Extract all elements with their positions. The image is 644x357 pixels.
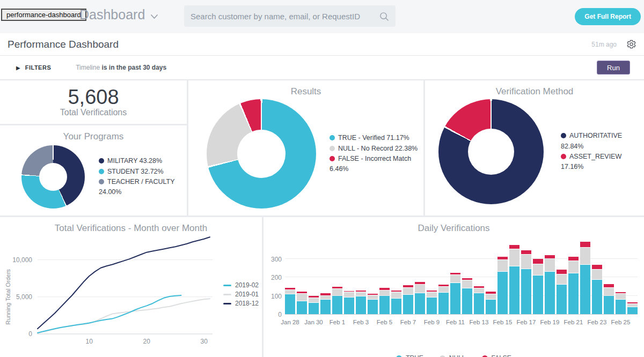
chevron-down-icon (150, 7, 158, 23)
bar-feb-2[interactable] (344, 291, 354, 314)
bar-segment-false (545, 255, 555, 258)
bar-segment-false (403, 285, 413, 287)
x-tick-slot: Feb 9 (427, 319, 437, 328)
bar-feb-15[interactable] (497, 257, 508, 314)
bar-segment-true (509, 266, 519, 314)
bar-jan-28[interactable] (285, 288, 295, 314)
dashboard-nav-label: Dashboard (79, 7, 145, 23)
search-input[interactable] (191, 12, 379, 21)
bar-jan-31[interactable] (320, 293, 331, 314)
month-over-month-line-chart[interactable]: 05,00010,000Running Total Orders102030 (3, 232, 218, 349)
bar-feb-8[interactable] (415, 282, 425, 314)
bar-feb-19[interactable] (545, 255, 555, 314)
bar-feb-13[interactable] (474, 286, 484, 314)
x-tick-slot: Feb 17 (521, 319, 531, 328)
filters-bar: ▶ FILTERS Timeline is in the past 30 day… (0, 56, 644, 80)
bar-segment-true (627, 307, 638, 314)
svg-text:10,000: 10,000 (12, 256, 32, 264)
run-button[interactable]: Run (597, 61, 630, 75)
bar-segment-null (403, 288, 413, 294)
legend-item: 2018-12 (223, 300, 259, 307)
y-tick-label: 300 (271, 256, 282, 263)
bar-feb-18[interactable] (533, 259, 543, 314)
verification-method-donut-chart[interactable] (438, 99, 544, 204)
legend-dot-icon (99, 158, 104, 163)
verification-method-legend: AUTHORITATIVE 82.84%ASSET_REVIEW 17.16% (561, 131, 632, 173)
bar-segment-false (285, 288, 295, 289)
dashboard-tag: performance-dashboard (1, 9, 86, 21)
get-full-report-button[interactable]: Get Full Report (575, 8, 641, 25)
bar-feb-5[interactable] (379, 288, 390, 314)
svg-text:20: 20 (143, 338, 151, 345)
y-tick-label: 0 (278, 311, 282, 318)
bar-feb-24[interactable] (604, 284, 614, 314)
daily-verifications-bar-chart[interactable] (285, 240, 638, 315)
total-verifications-card: 5,608 Total Verifications (0, 80, 187, 124)
bar-segment-null (616, 294, 626, 299)
your-programs-donut-chart[interactable] (21, 145, 85, 209)
bar-segment-false (320, 293, 331, 295)
bar-feb-23[interactable] (592, 265, 602, 314)
bar-segment-null (415, 285, 425, 293)
bar-feb-22[interactable] (580, 242, 590, 314)
bar-segment-false (616, 292, 626, 293)
bar-feb-17[interactable] (521, 250, 531, 314)
bar-feb-10[interactable] (438, 285, 449, 314)
expand-filters-icon[interactable]: ▶ (16, 65, 20, 71)
bar-segment-null (557, 274, 567, 284)
dashboard-nav-dropdown[interactable]: Dashboard (79, 7, 158, 23)
bar-feb-4[interactable] (368, 294, 378, 314)
bar-feb-11[interactable] (450, 273, 460, 314)
x-tick-label: Feb 5 (377, 319, 392, 325)
bar-segment-null (533, 264, 543, 276)
gear-icon[interactable] (626, 39, 636, 49)
bar-segment-false (450, 273, 460, 274)
bar-segment-true (486, 300, 496, 314)
bar-segment-true (320, 300, 331, 314)
bar-feb-6[interactable] (391, 291, 401, 314)
bar-segment-true (592, 280, 602, 314)
x-tick-slot: Feb 25 (616, 319, 626, 328)
bar-segment-false (557, 270, 567, 274)
bar-feb-1[interactable] (332, 287, 342, 314)
bar-segment-false (486, 292, 496, 294)
verification-method-title: Verification Method (425, 80, 644, 97)
bar-segment-null (604, 288, 614, 295)
bar-segment-true (285, 294, 295, 314)
bar-segment-true (450, 283, 460, 314)
bar-jan-29[interactable] (297, 292, 307, 314)
bar-feb-20[interactable] (557, 270, 567, 314)
bar-feb-16[interactable] (509, 245, 519, 314)
bar-segment-null (427, 292, 437, 297)
bar-segment-null (356, 292, 366, 296)
results-donut-chart[interactable] (207, 99, 316, 209)
daily-verifications-card: Daily Verifications 0100200300 Jan 28Jan… (264, 217, 644, 357)
bar-feb-26[interactable] (627, 302, 638, 314)
bar-segment-false (438, 285, 449, 286)
bar-feb-7[interactable] (403, 285, 413, 314)
filters-label[interactable]: FILTERS (25, 64, 52, 71)
bar-feb-25[interactable] (616, 292, 626, 314)
bar-feb-12[interactable] (462, 278, 472, 314)
search-icon[interactable] (379, 11, 389, 21)
legend-item: NULL - No Record 22.38% (330, 144, 423, 154)
legend-dot-icon (99, 179, 104, 184)
bar-segment-null (580, 248, 590, 264)
x-tick-slot: Feb 5 (379, 319, 390, 328)
results-card: Results TRUE - Verified 71.17%NULL - No … (188, 80, 423, 215)
bar-feb-9[interactable] (427, 291, 437, 314)
bar-jan-30[interactable] (309, 296, 319, 314)
total-verifications-label: Total Verifications (60, 108, 127, 117)
bar-segment-true (344, 298, 354, 314)
bar-feb-3[interactable] (356, 291, 366, 314)
bar-feb-14[interactable] (486, 292, 496, 314)
x-tick-slot (627, 319, 638, 328)
bar-segment-true (545, 272, 555, 314)
legend-dot-icon (330, 156, 335, 161)
legend-item: ASSET_REVIEW 17.16% (561, 152, 632, 173)
bar-feb-21[interactable] (568, 257, 579, 314)
bar-segment-true (403, 295, 413, 314)
bar-segment-true (297, 301, 307, 314)
daily-y-axis: 0100200300 (264, 240, 282, 315)
bar-segment-null (297, 294, 307, 301)
